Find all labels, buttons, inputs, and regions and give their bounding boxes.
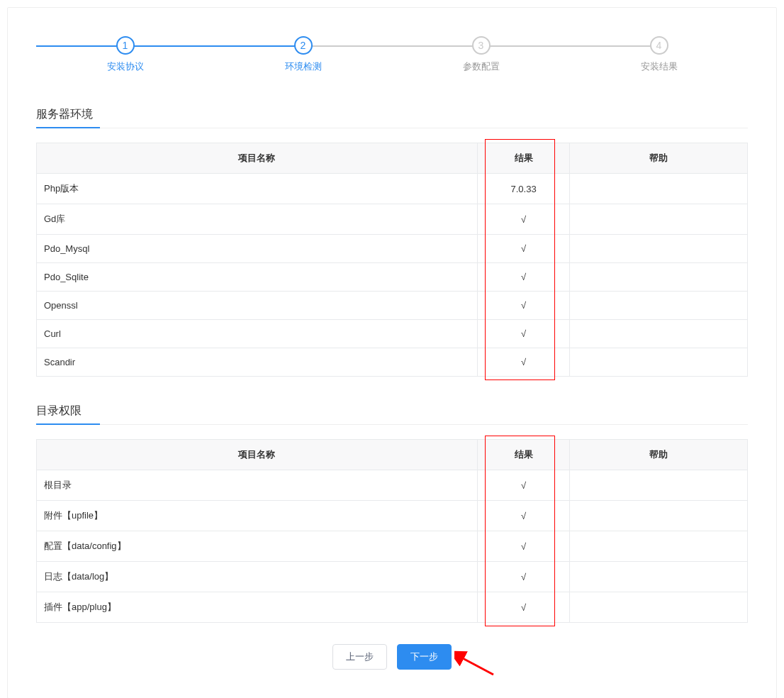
- table-row: Php版本7.0.33: [37, 174, 748, 204]
- cell-result: √: [477, 531, 569, 562]
- cell-name: Curl: [37, 320, 478, 348]
- cell-help: [570, 174, 748, 204]
- table-row: 配置【data/config】√: [37, 531, 748, 562]
- button-row: 上一步 下一步: [36, 644, 748, 670]
- table-row: Openssl√: [37, 292, 748, 320]
- cell-result: √: [477, 592, 569, 623]
- cell-name: Pdo_Sqlite: [37, 263, 478, 292]
- table-row: 附件【upfile】√: [37, 501, 748, 531]
- cell-help: [570, 470, 748, 501]
- next-button[interactable]: 下一步: [397, 644, 452, 670]
- step-agreement: 1 安装协议: [36, 36, 214, 73]
- header-name: 项目名称: [37, 440, 478, 470]
- cell-help: [570, 562, 748, 592]
- cell-result: √: [477, 204, 569, 235]
- table-row: Scandir√: [37, 348, 748, 377]
- cell-result: √: [477, 501, 569, 531]
- cell-result: √: [477, 470, 569, 501]
- table-header-row: 项目名称 结果 帮助: [37, 143, 748, 174]
- table-row: 根目录√: [37, 470, 748, 501]
- section-title-dir-permission: 目录权限: [36, 398, 748, 425]
- cell-result: √: [477, 263, 569, 292]
- cell-result: √: [477, 235, 569, 263]
- dir-permission-table: 项目名称 结果 帮助 根目录√附件【upfile】√配置【data/config…: [36, 439, 748, 623]
- cell-help: [570, 292, 748, 320]
- step-number: 3: [472, 36, 491, 55]
- step-label: 参数配置: [392, 60, 570, 73]
- step-label: 环境检测: [214, 60, 392, 73]
- prev-button[interactable]: 上一步: [332, 644, 387, 670]
- cell-result: √: [477, 320, 569, 348]
- step-number: 4: [650, 36, 668, 55]
- cell-help: [570, 204, 748, 235]
- step-number: 2: [294, 36, 313, 55]
- cell-help: [570, 263, 748, 292]
- cell-name: 插件【app/plug】: [37, 592, 478, 623]
- step-install-result: 4 安装结果: [570, 36, 748, 73]
- step-label: 安装协议: [36, 60, 214, 73]
- cell-help: [570, 531, 748, 562]
- section-title-server-env: 服务器环境: [36, 101, 748, 128]
- cell-result: √: [477, 562, 569, 592]
- svg-line-1: [460, 657, 493, 675]
- progress-steps: 1 安装协议 2 环境检测 3 参数配置 4 安装结果: [36, 36, 748, 73]
- table-row: Curl√: [37, 320, 748, 348]
- server-env-table-wrapper: 项目名称 结果 帮助 Php版本7.0.33Gd库√Pdo_Mysql√Pdo_…: [36, 143, 748, 377]
- cell-name: 附件【upfile】: [37, 501, 478, 531]
- header-help: 帮助: [570, 440, 748, 470]
- table-row: Pdo_Sqlite√: [37, 263, 748, 292]
- cell-name: Openssl: [37, 292, 478, 320]
- step-label: 安装结果: [570, 60, 748, 73]
- cell-help: [570, 501, 748, 531]
- table-header-row: 项目名称 结果 帮助: [37, 440, 748, 470]
- step-parameter-config: 3 参数配置: [392, 36, 570, 73]
- cell-help: [570, 320, 748, 348]
- cell-result: 7.0.33: [477, 174, 569, 204]
- table-row: 插件【app/plug】√: [37, 592, 748, 623]
- cell-result: √: [477, 348, 569, 377]
- header-result: 结果: [477, 143, 569, 174]
- header-name: 项目名称: [37, 143, 478, 174]
- cell-name: Gd库: [37, 204, 478, 235]
- cell-help: [570, 348, 748, 377]
- cell-name: 日志【data/log】: [37, 562, 478, 592]
- step-number: 1: [116, 36, 135, 55]
- cell-name: Scandir: [37, 348, 478, 377]
- arrow-annotation-icon: [454, 650, 497, 678]
- install-panel: 1 安装协议 2 环境检测 3 参数配置 4 安装结果 服务器环境 项目名称 结…: [7, 7, 777, 698]
- cell-result: √: [477, 292, 569, 320]
- header-help: 帮助: [570, 143, 748, 174]
- table-row: 日志【data/log】√: [37, 562, 748, 592]
- cell-name: Php版本: [37, 174, 478, 204]
- dir-permission-table-wrapper: 项目名称 结果 帮助 根目录√附件【upfile】√配置【data/config…: [36, 439, 748, 623]
- table-row: Pdo_Mysql√: [37, 235, 748, 263]
- cell-help: [570, 592, 748, 623]
- cell-name: 配置【data/config】: [37, 531, 478, 562]
- cell-name: 根目录: [37, 470, 478, 501]
- cell-name: Pdo_Mysql: [37, 235, 478, 263]
- server-env-table: 项目名称 结果 帮助 Php版本7.0.33Gd库√Pdo_Mysql√Pdo_…: [36, 143, 748, 377]
- step-environment-check: 2 环境检测: [214, 36, 392, 73]
- table-row: Gd库√: [37, 204, 748, 235]
- header-result: 结果: [477, 440, 569, 470]
- cell-help: [570, 235, 748, 263]
